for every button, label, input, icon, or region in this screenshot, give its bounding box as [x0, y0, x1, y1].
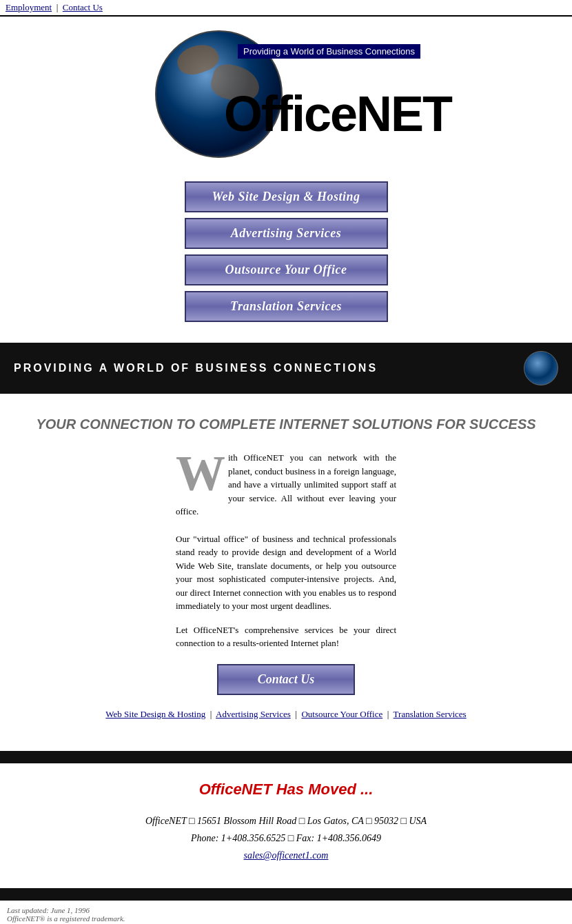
footer-trademark: OfficeNET® is a registered trademark. [7, 914, 565, 923]
nav-btn-outsource[interactable]: Outsource Your Office [185, 254, 388, 285]
bottom-links-section: Web Site Design & Hosting | Advertising … [14, 709, 558, 720]
email-link[interactable]: sales@officenet1.com [244, 850, 329, 861]
employment-link[interactable]: Employment [6, 2, 52, 12]
footer-updated: Last updated: June 1, 1996 [7, 906, 565, 914]
main-tagline: YOUR CONNECTION TO COMPLETE INTERNET SOL… [14, 414, 558, 434]
nav-btn-translation[interactable]: Translation Services [185, 291, 388, 322]
logo-container: Providing a World of Business Connection… [155, 30, 417, 158]
nav-btn-advertising[interactable]: Advertising Services [185, 218, 388, 249]
bottom-link-advertising[interactable]: Advertising Services [216, 709, 291, 719]
logo-area: Providing a World of Business Connection… [0, 17, 572, 171]
address-block: OfficeNET □ 15651 Blossom Hill Road □ Lo… [14, 812, 558, 865]
moved-title: OfficeNET Has Moved ... [14, 781, 558, 799]
banner-text: PROVIDING A WORLD OF BUSINESS CONNECTION… [14, 362, 378, 374]
page-footer: Last updated: June 1, 1996 OfficeNET® is… [0, 901, 572, 924]
bottom-link-outsource[interactable]: Outsource Your Office [301, 709, 382, 719]
body-paragraph-2: Our "virtual office" of business and tec… [176, 532, 396, 613]
intro-paragraph: With OfficeNET you can network with the … [176, 451, 396, 519]
contact-button[interactable]: Contact Us [217, 664, 355, 695]
top-black-divider [0, 751, 572, 763]
nav-btn-web-design[interactable]: Web Site Design & Hosting [185, 181, 388, 212]
dropcap-rest: ith OfficeNET [228, 452, 284, 463]
phone-fax-line: Phone: 1+408.356.6525 □ Fax: 1+408.356.0… [191, 833, 381, 843]
logo-text: OfficeNET [224, 86, 451, 142]
banner-globe-icon [524, 351, 558, 385]
dropcap-letter: W [176, 451, 225, 492]
address-line1: OfficeNET □ 15651 Blossom Hill Road □ Lo… [145, 816, 427, 826]
body-paragraph-3: Let OfficeNET's comprehensive services b… [176, 623, 396, 650]
nav-buttons-section: Web Site Design & Hosting Advertising Se… [0, 171, 572, 339]
dark-banner: PROVIDING A WORLD OF BUSINESS CONNECTION… [0, 343, 572, 394]
logo-tagline: Providing a World of Business Connection… [238, 44, 420, 59]
bottom-link-web-design[interactable]: Web Site Design & Hosting [105, 709, 205, 719]
contact-btn-wrapper: Contact Us [14, 664, 558, 695]
bottom-link-translation[interactable]: Translation Services [394, 709, 467, 719]
bottom-black-bar [0, 888, 572, 901]
moved-section: OfficeNET Has Moved ... OfficeNET □ 1565… [0, 763, 572, 878]
top-nav-bar: Employment | Contact Us [0, 0, 572, 17]
main-content: YOUR CONNECTION TO COMPLETE INTERNET SOL… [0, 394, 572, 751]
contact-link-top[interactable]: Contact Us [63, 2, 103, 12]
